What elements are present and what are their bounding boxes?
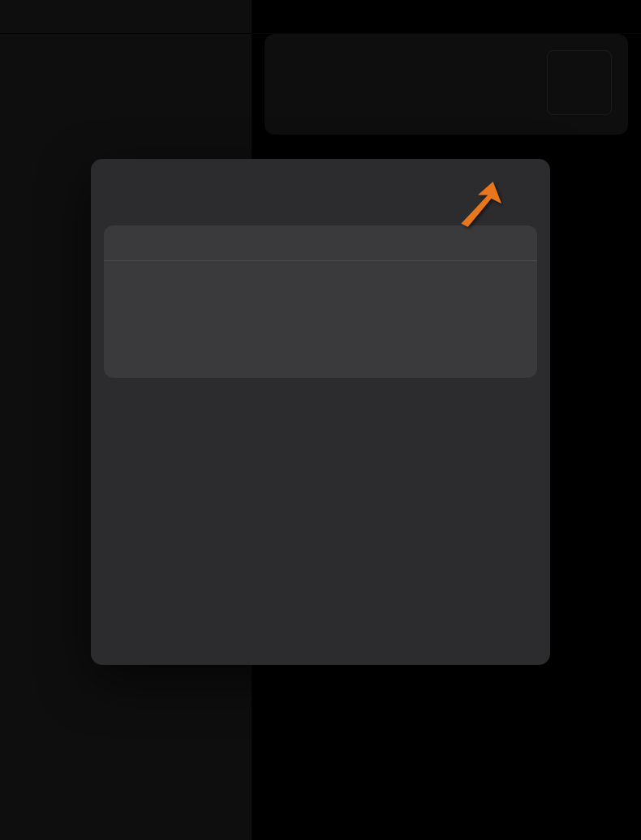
settings-header [104, 378, 537, 405]
new-profile-sheet [91, 159, 550, 665]
name-icon-header [104, 198, 537, 225]
profile-name-input[interactable] [104, 225, 537, 261]
